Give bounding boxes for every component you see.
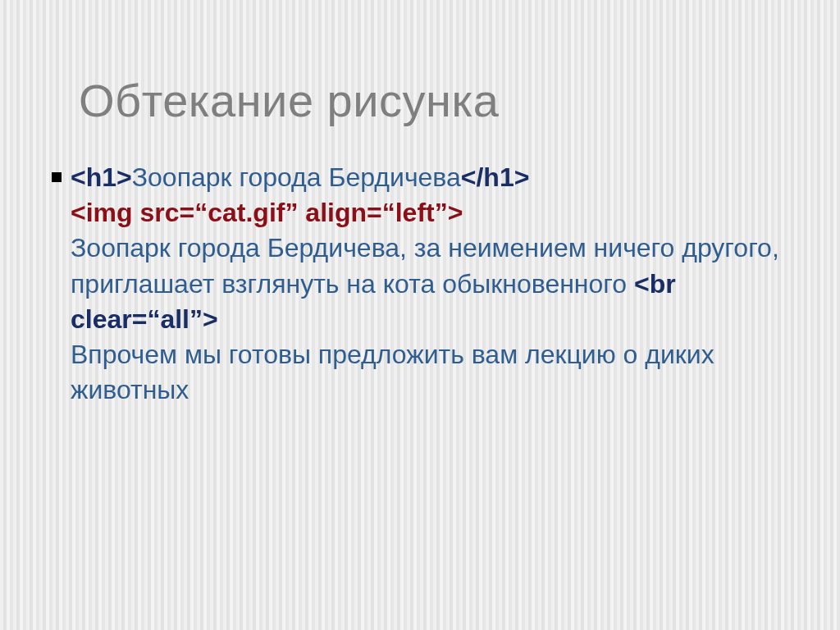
- slide: Обтекание рисунка <h1>Зоопарк города Бер…: [0, 0, 840, 630]
- heading-text: Зоопарк города Бердичева: [132, 162, 461, 192]
- code-img-tag: <img src=“cat.gif” align=“left”>: [71, 198, 463, 227]
- bullet-icon: [52, 172, 62, 182]
- slide-body: <h1>Зоопарк города Бердичева</h1> <img s…: [71, 160, 783, 408]
- code-h1-close: </h1>: [461, 162, 530, 192]
- code-h1-open: <h1>: [71, 162, 132, 192]
- slide-title: Обтекание рисунка: [79, 74, 499, 127]
- paragraph-2: Впрочем мы готовы предложить вам лекцию …: [71, 340, 714, 404]
